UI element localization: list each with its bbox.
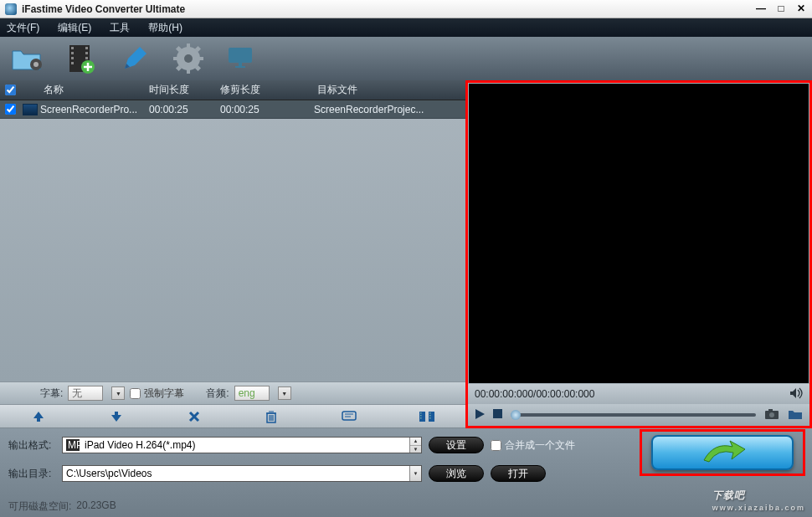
stop-button[interactable]: [493, 409, 502, 421]
audio-select[interactable]: eng: [234, 386, 270, 401]
svg-rect-4: [71, 52, 74, 54]
subtitle-label: 字幕:: [40, 386, 63, 401]
merge-checkbox[interactable]: [491, 440, 501, 451]
preview-controls: [468, 404, 809, 426]
close-button[interactable]: ✕: [795, 3, 807, 15]
settings-button[interactable]: [169, 41, 208, 76]
preview-time-bar: 00:00:00:000/00:00:00:000: [468, 384, 809, 404]
dir-value: C:\Users\pc\Videos: [66, 468, 152, 479]
disk-value: 20.23GB: [76, 499, 116, 514]
select-all-checkbox[interactable]: [5, 84, 16, 95]
svg-rect-5: [71, 57, 74, 59]
svg-rect-26: [342, 412, 356, 420]
seek-slider[interactable]: [511, 413, 756, 417]
dir-dropdown[interactable]: ▼: [409, 466, 421, 481]
snapshot-button[interactable]: [764, 408, 779, 422]
menu-edit[interactable]: 编辑(E): [58, 21, 91, 35]
svg-rect-6: [71, 62, 74, 64]
cell-target: ScreenRecorderProjec...: [314, 104, 465, 115]
merge-label: 合并成一个文件: [505, 438, 575, 453]
maximize-button[interactable]: □: [775, 3, 787, 15]
toolbar: [0, 37, 812, 80]
menu-file[interactable]: 文件(F): [7, 21, 39, 35]
force-subtitle-label: 强制字幕: [144, 386, 184, 401]
play-button[interactable]: [475, 408, 485, 422]
open-button[interactable]: 打开: [491, 465, 546, 482]
dir-label: 输出目录:: [8, 467, 55, 481]
table-body[interactable]: ScreenRecorderPro... 00:00:25 00:00:25 S…: [0, 100, 465, 381]
svg-rect-31: [420, 417, 422, 419]
snapshot-folder-button[interactable]: [788, 408, 803, 422]
dir-input[interactable]: C:\Users\pc\Videos ▼: [62, 465, 422, 482]
settings-format-button[interactable]: 设置: [429, 437, 484, 453]
preview-pane: 00:00:00:000/00:00:00:000: [465, 80, 812, 428]
add-video-button[interactable]: [62, 41, 100, 76]
menu-help[interactable]: 帮助(H): [148, 21, 182, 35]
svg-rect-7: [85, 47, 88, 49]
format-value: iPad Video H.264(*.mp4): [85, 439, 196, 451]
col-name[interactable]: 名称: [40, 83, 149, 97]
svg-rect-8: [85, 52, 88, 54]
svg-rect-35: [493, 409, 502, 418]
svg-rect-22: [229, 48, 252, 63]
menu-tool[interactable]: 工具: [110, 21, 130, 35]
row-checkbox[interactable]: [5, 104, 16, 115]
move-down-button[interactable]: [107, 407, 126, 426]
preview-timecode: 00:00:00:000/00:00:00:000: [475, 388, 594, 400]
volume-icon[interactable]: [789, 387, 803, 402]
clear-button[interactable]: [262, 407, 280, 426]
col-trim[interactable]: 修剪长度: [220, 83, 314, 97]
convert-highlight-box: [640, 429, 805, 476]
audio-label: 音频:: [206, 386, 229, 401]
remove-button[interactable]: [185, 407, 203, 426]
slider-knob-icon[interactable]: [511, 410, 521, 420]
svg-rect-29: [420, 412, 422, 414]
format-label: 输出格式:: [8, 438, 55, 453]
convert-button[interactable]: [651, 435, 794, 470]
svg-rect-37: [768, 409, 773, 412]
titlebar: iFastime Video Converter Ultimate — □ ✕: [0, 0, 812, 18]
output-panel: 输出格式: MP4 iPad Video H.264(*.mp4) ▲▼ 设置 …: [0, 428, 812, 517]
edit-button[interactable]: [116, 41, 154, 76]
subtitle-dropdown-icon[interactable]: [111, 386, 125, 400]
svg-point-13: [184, 54, 193, 63]
table-row[interactable]: ScreenRecorderPro... 00:00:25 00:00:25 S…: [0, 100, 465, 119]
svg-rect-14: [187, 44, 190, 49]
svg-rect-34: [429, 417, 431, 419]
move-up-button[interactable]: [29, 407, 48, 426]
cell-name: ScreenRecorderPro...: [40, 104, 149, 115]
info-button[interactable]: [340, 407, 358, 426]
format-select[interactable]: MP4 iPad Video H.264(*.mp4) ▲▼: [62, 437, 422, 453]
svg-rect-24: [235, 66, 245, 68]
svg-rect-30: [420, 415, 422, 417]
split-button[interactable]: [418, 407, 436, 426]
svg-text:MP4: MP4: [68, 439, 80, 451]
preview-video[interactable]: [469, 84, 809, 383]
svg-rect-17: [198, 57, 203, 60]
force-subtitle-checkbox[interactable]: [130, 388, 141, 399]
content-area: 名称 时间长度 修剪长度 目标文件 ScreenRecorderPro... 0…: [0, 80, 812, 428]
svg-point-1: [33, 62, 39, 67]
table-header: 名称 时间长度 修剪长度 目标文件: [0, 80, 465, 100]
format-spinner[interactable]: ▲▼: [409, 438, 421, 453]
audio-dropdown-icon[interactable]: [278, 386, 291, 400]
col-time[interactable]: 时间长度: [149, 83, 220, 97]
svg-rect-23: [239, 63, 242, 66]
subtitle-select[interactable]: 无: [68, 386, 103, 401]
mp4-icon: MP4: [66, 439, 80, 451]
cell-trim: 00:00:25: [220, 104, 314, 115]
disk-space-row: 可用磁盘空间: 20.23GB: [8, 499, 116, 514]
file-list-pane: 名称 时间长度 修剪长度 目标文件 ScreenRecorderPro... 0…: [0, 80, 465, 428]
thumbnail-icon: [23, 104, 38, 115]
load-folder-button[interactable]: [8, 41, 47, 76]
menubar: 文件(F) 编辑(E) 工具 帮助(H): [0, 18, 812, 37]
app-logo-icon: [5, 3, 17, 15]
subtitle-audio-bar: 字幕: 无 强制字幕 音频: eng: [0, 381, 465, 405]
browse-button[interactable]: 浏览: [429, 465, 484, 482]
svg-rect-32: [429, 412, 431, 414]
col-target[interactable]: 目标文件: [314, 83, 465, 97]
monitor-button[interactable]: [223, 41, 261, 76]
minimize-button[interactable]: —: [755, 3, 767, 15]
disk-label: 可用磁盘空间:: [8, 499, 71, 514]
app-title: iFastime Video Converter Ultimate: [22, 3, 755, 15]
